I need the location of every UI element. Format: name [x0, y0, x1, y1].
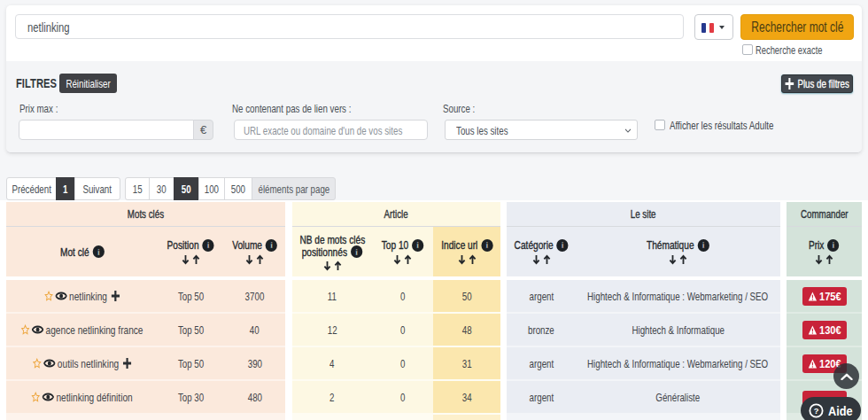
svg-text:?: ? — [814, 406, 819, 415]
